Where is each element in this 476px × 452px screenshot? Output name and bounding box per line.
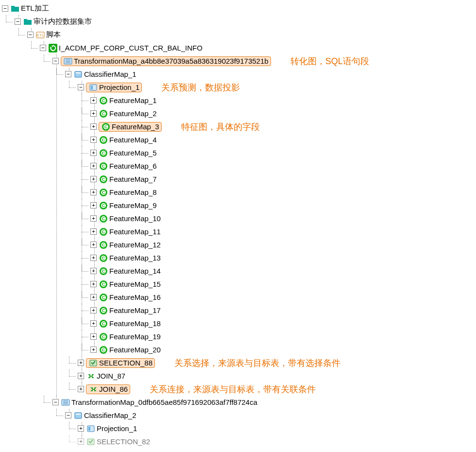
projection-icon [88,83,98,92]
tree-node-featuremap[interactable]: +FeatureMap_18 [90,317,476,330]
toggle-icon[interactable]: + [90,347,97,353]
toggle-icon[interactable]: + [90,320,97,327]
toggle-icon[interactable]: − [15,18,21,25]
node-label: ClassifierMap_1 [84,70,136,78]
node-label: FeatureMap_17 [109,306,161,314]
toggle-icon[interactable]: + [90,123,97,130]
tree-node-featuremap[interactable]: +FeatureMap_20 [90,343,476,356]
tree-node-datamart[interactable]: − 审计内控数据集市 [15,15,476,28]
tree-node-selection-82[interactable]: + SELECTION_82 [78,435,476,448]
tree-node-featuremap[interactable]: +FeatureMap_1 [90,94,476,107]
tree-node-selection-88[interactable]: + SELECTION_88 关系选择，来源表与目标表，带有选择条件 [78,356,476,369]
toggle-icon[interactable]: + [90,333,97,340]
toggle-icon[interactable]: + [90,242,97,248]
join-icon [88,385,98,394]
toggle-icon[interactable]: − [40,45,46,51]
toggle-icon[interactable]: + [90,268,97,274]
toggle-icon[interactable]: + [90,294,97,300]
toggle-icon[interactable]: + [90,97,97,104]
toggle-icon[interactable]: − [27,32,34,38]
tree-node-featuremap[interactable]: +FeatureMap_6 [90,159,476,173]
tree-node-featuremap[interactable]: +FeatureMap_19 [90,330,476,343]
selection-icon [86,437,96,446]
toggle-icon[interactable]: + [78,438,84,445]
toggle-icon[interactable]: − [52,399,59,405]
tree-node-featuremap[interactable]: +FeatureMap_9 [90,199,476,212]
tree-node-classifiermap-1[interactable]: − ClassifierMap_1 [65,68,476,81]
tree-node-featuremap[interactable]: +FeatureMap_4 [90,133,476,146]
toggle-icon[interactable]: + [78,425,84,432]
toggle-icon[interactable]: + [90,163,97,169]
toggle-icon[interactable]: + [90,137,97,143]
feature-icon [99,332,108,341]
toggle-icon[interactable]: + [78,373,84,379]
toggle-icon[interactable]: + [78,386,84,392]
tree-node-transformationmap-2[interactable]: − TransformationMap_0dfb665ae85f97169206… [52,396,476,409]
feature-icon [101,122,111,131]
node-label: FeatureMap_2 [109,109,157,118]
tree-node-featuremap[interactable]: +FeatureMap_13 [90,251,476,264]
node-label: FeatureMap_5 [109,149,157,157]
tree-node-featuremap[interactable]: +FeatureMap_5 [90,146,476,159]
toggle-icon[interactable]: + [90,110,97,117]
folder-icon [10,4,20,13]
toggle-icon[interactable]: + [78,360,84,366]
tree-node-featuremap[interactable]: +FeatureMap_3特征图，具体的字段 [90,120,476,133]
tree-node-join-86[interactable]: + JOIN_86 关系连接，来源表与目标表，带有关联条件 [78,382,476,396]
toggle-icon[interactable]: + [90,255,97,261]
refresh-icon [48,44,58,52]
feature-icon [99,136,108,144]
toggle-icon[interactable]: − [65,71,71,77]
feature-icon [99,227,108,236]
toggle-icon[interactable]: + [90,281,97,287]
tree-node-featuremap[interactable]: +FeatureMap_17 [90,304,476,317]
node-label: 脚本 [46,30,61,39]
tree-node-featuremap[interactable]: +FeatureMap_14 [90,264,476,278]
tree-node-etl-root[interactable]: − ETL加工 [2,2,476,15]
tree-node-featuremap[interactable]: +FeatureMap_12 [90,238,476,251]
node-label: FeatureMap_15 [109,280,161,288]
map-icon [61,398,70,407]
toggle-icon[interactable]: + [90,228,97,235]
tree-node-transformationmap-1[interactable]: − TransformationMap_a4bb8e37039a5a836319… [52,54,476,68]
node-label: SELECTION_82 [97,437,150,446]
tree-node-featuremap[interactable]: +FeatureMap_16 [90,291,476,304]
node-label: FeatureMap_1 [109,96,157,104]
node-label: JOIN_87 [97,372,125,380]
etl-script-icon [35,31,45,39]
toggle-icon[interactable]: + [90,150,97,156]
toggle-icon[interactable]: + [90,215,97,222]
tree-node-projection-1[interactable]: − Projection_1 关系预测，数据投影 [78,81,476,94]
tree-node-classifiermap-2[interactable]: − ClassifierMap_2 [65,409,476,422]
tree-node-projection-1b[interactable]: + Projection_1 [78,422,476,435]
feature-icon [99,214,108,223]
node-label: FeatureMap_20 [109,346,161,354]
toggle-icon[interactable]: + [90,189,97,195]
node-label: ETL加工 [21,4,49,13]
feature-icon [99,319,108,328]
node-label: TransformationMap_0dfb665ae85f971692063a… [71,398,257,406]
node-label: FeatureMap_8 [109,188,157,196]
toggle-icon[interactable]: − [2,5,8,12]
node-label: ClassifierMap_2 [84,411,136,419]
tree-node-featuremap[interactable]: +FeatureMap_10 [90,212,476,225]
toggle-icon[interactable]: − [78,84,84,90]
tree-node-script[interactable]: − 脚本 [27,28,476,41]
toggle-icon[interactable]: + [90,202,97,209]
toggle-icon[interactable]: + [90,176,97,182]
node-label: FeatureMap_18 [109,319,161,328]
tree-node-featuremap[interactable]: +FeatureMap_15 [90,278,476,291]
tree-node-featuremap[interactable]: +FeatureMap_11 [90,225,476,238]
tree-node-featuremap[interactable]: +FeatureMap_7 [90,173,476,186]
tree-node-job[interactable]: − I_ACDM_PF_CORP_CUST_CR_BAL_INFO [40,41,476,54]
toggle-icon[interactable]: − [65,412,71,418]
tree-node-featuremap[interactable]: +FeatureMap_2 [90,107,476,120]
tree-node-featuremap[interactable]: +FeatureMap_8 [90,186,476,199]
toggle-icon[interactable]: − [52,58,59,64]
node-label: FeatureMap_10 [109,214,161,223]
annotation-join: 关系连接，来源表与目标表，带有关联条件 [150,383,316,395]
node-label: I_ACDM_PF_CORP_CUST_CR_BAL_INFO [59,44,203,52]
tree-node-join-87[interactable]: + JOIN_87 [78,369,476,382]
toggle-icon[interactable]: + [90,307,97,313]
feature-icon [99,162,108,171]
